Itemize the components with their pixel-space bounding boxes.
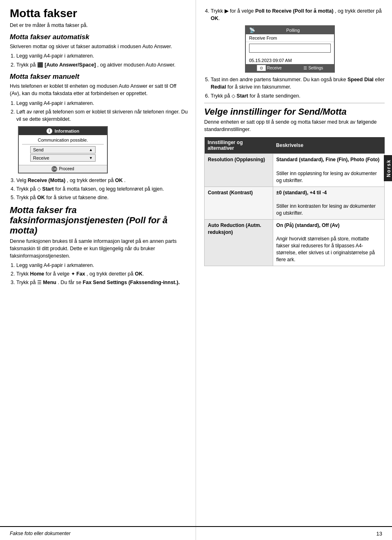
setting-name-cell: Auto Reduction (Autm. reduksjon) xyxy=(205,219,273,266)
screen-body: Communication possible. Send ▲ Receive ▼ xyxy=(19,135,107,165)
left-column: Motta fakser Det er tre måter å motta fa… xyxy=(0,0,196,540)
footer-text: Fakse foto eller dokumenter xyxy=(10,531,71,536)
screen-title: Information xyxy=(55,129,80,133)
diamond-icon: ◇ xyxy=(37,186,42,192)
screen-comm-text: Communication possible. xyxy=(22,138,104,142)
setting-value-bold: On (På) (standard), Off (Av) xyxy=(276,222,340,228)
polling-input xyxy=(249,44,331,53)
page-number: 13 xyxy=(376,531,382,537)
list-item: Legg vanlig A4-papir i arkmateren. xyxy=(16,52,188,60)
table-row: Contrast (Kontrast)±0 (standard), +4 til… xyxy=(205,187,385,219)
section2-steps-cont: Velg Receive (Motta) , og trykk deretter… xyxy=(16,177,188,202)
polling-datetime: 05.15.2023 09:07 AM xyxy=(246,57,334,64)
polling-title-bar: 📡 Polling xyxy=(246,26,334,34)
section2-text: Hvis telefonen er koblet til enheten og … xyxy=(10,82,188,97)
screen-send-btn: Send ▲ xyxy=(30,146,96,153)
setting-value-cell: On (På) (standard), Off (Av)Angir hvorvi… xyxy=(273,219,384,266)
list-item: Løft av røret på telefonen som er koblet… xyxy=(16,108,188,123)
polling-title: Polling xyxy=(286,28,300,33)
section1-text: Skriveren mottar og skiver ut fakser aut… xyxy=(10,43,188,50)
setting-value-desc: Stiller inn kontrasten for lesing av dok… xyxy=(276,203,376,216)
polling-icon: 📡 xyxy=(249,27,255,33)
section2-steps: Legg vanlig A4-papir i arkmateren. Løft … xyxy=(16,100,188,123)
settings-table: Innstillinger og alternativer Beskrivels… xyxy=(204,137,385,266)
section1-steps: Legg vanlig A4-papir i arkmateren. Trykk… xyxy=(16,52,188,69)
list-item: Trykk på ☰ Menu . Du får se Fax Send Set… xyxy=(16,279,188,286)
poll-steps-cont: Trykk ▶ for å velge Poll to Receive (Pol… xyxy=(211,7,385,22)
table-header-setting: Innstillinger og alternativer xyxy=(205,137,273,154)
list-item: Trykk på ◇ Start for å motta faksen, og … xyxy=(16,185,188,193)
screen-receive-btn: Receive ▼ xyxy=(30,154,96,162)
section3-title: Motta fakser fra faksinformasjonstjenest… xyxy=(10,205,188,236)
screen-footer: OK Proceed xyxy=(19,165,107,173)
list-item: Legg vanlig A4-papir i arkmateren. xyxy=(16,100,188,107)
list-item: Trykk på ◇ Start for å starte sendingen. xyxy=(211,92,385,100)
setting-value-desc: Stiller inn oppløsning for lesing av dok… xyxy=(276,171,377,183)
main-title: Motta fakser xyxy=(10,7,188,20)
velge-text: Denne enheten er satt opp til å sende og… xyxy=(204,118,385,133)
down-arrow-icon: ▼ xyxy=(89,156,93,160)
velge-title: Velge innstillinger for Send/Motta xyxy=(204,107,385,117)
polling-bottom-bar: ⊙ Receive ☰ Settings xyxy=(246,64,334,72)
footer: Fakse foto eller dokumenter 13 xyxy=(0,526,392,540)
right-arrow-icon: ▶ xyxy=(225,8,230,14)
section1-title: Motta fakser automatisk xyxy=(10,33,188,41)
setting-name-cell: Contrast (Kontrast) xyxy=(205,187,273,219)
table-row: Auto Reduction (Autm. reduksjon)On (På) … xyxy=(205,219,385,266)
page-container: Motta fakser Det er tre måter å motta fa… xyxy=(0,0,392,540)
settings-icon: ☰ xyxy=(303,66,307,70)
list-item: Trykk Home for å velge ✦ Fax , og trykk … xyxy=(16,270,188,278)
section3-text: Denne funksjonen brukes til å samle info… xyxy=(10,238,188,260)
menu-icon: ☰ xyxy=(37,280,43,285)
receive-from-row: Receive From xyxy=(246,34,334,42)
settings-label: ☰ Settings xyxy=(303,65,323,71)
screen-title-bar: i Information xyxy=(19,127,107,135)
list-item: Legg vanlig A4-papir i arkmateren. xyxy=(16,262,188,269)
norsk-tab: Norsk xyxy=(384,155,392,181)
polling-screen-mockup: 📡 Polling Receive From 05.15.2023 09:07 … xyxy=(245,25,335,73)
list-item: Tast inn den andre partens faksnummer. D… xyxy=(211,76,385,91)
up-arrow-icon: ▲ xyxy=(89,148,93,152)
table-header-row: Innstillinger og alternativer Beskrivels… xyxy=(205,137,385,154)
subtitle: Det er tre måter å motta fakser på. xyxy=(10,22,188,29)
table-header-desc: Beskrivelse xyxy=(273,137,384,154)
list-item: Velg Receive (Motta) , og trykk deretter… xyxy=(16,177,188,184)
screen-mockup-information: i Information Communication possible. Se… xyxy=(18,126,108,173)
ok-circle-icon: OK xyxy=(51,166,57,172)
info-icon: i xyxy=(47,128,52,134)
list-item: Trykk på ⬛ [Auto Answer/Space] , og akti… xyxy=(16,61,188,69)
right-column: Trykk ▶ for å velge Poll to Receive (Pol… xyxy=(196,0,392,540)
fax-icon: ✦ xyxy=(71,271,76,277)
table-row: Resolution (Oppløsning)Standard (standar… xyxy=(205,154,385,187)
setting-value-desc: Angir hvorvidt størrelsen på store, mott… xyxy=(276,236,375,262)
setting-value-cell: ±0 (standard), +4 til -4Stiller inn kont… xyxy=(273,187,384,219)
setting-value-bold: ±0 (standard), +4 til -4 xyxy=(276,190,327,196)
setting-value-bold: Standard (standard), Fine (Fin), Photo (… xyxy=(276,157,380,162)
receive-button-icon: ⊙ xyxy=(257,65,266,71)
receive-label: ⊙ Receive xyxy=(257,65,282,71)
start-diamond-icon: ◇ xyxy=(232,93,236,99)
poll-steps-cont2: Tast inn den andre partens faksnummer. D… xyxy=(211,76,385,100)
list-item: Trykk på OK for å skrive ut faksene dine… xyxy=(16,194,188,201)
setting-value-cell: Standard (standard), Fine (Fin), Photo (… xyxy=(273,154,384,187)
section2-title: Motta fakser manuelt xyxy=(10,73,188,81)
poll-steps: Legg vanlig A4-papir i arkmateren. Trykk… xyxy=(16,262,188,287)
list-item: Trykk ▶ for å velge Poll to Receive (Pol… xyxy=(211,7,385,22)
setting-name-cell: Resolution (Oppløsning) xyxy=(205,154,273,187)
auto-answer-icon: ⬛ xyxy=(37,62,45,68)
